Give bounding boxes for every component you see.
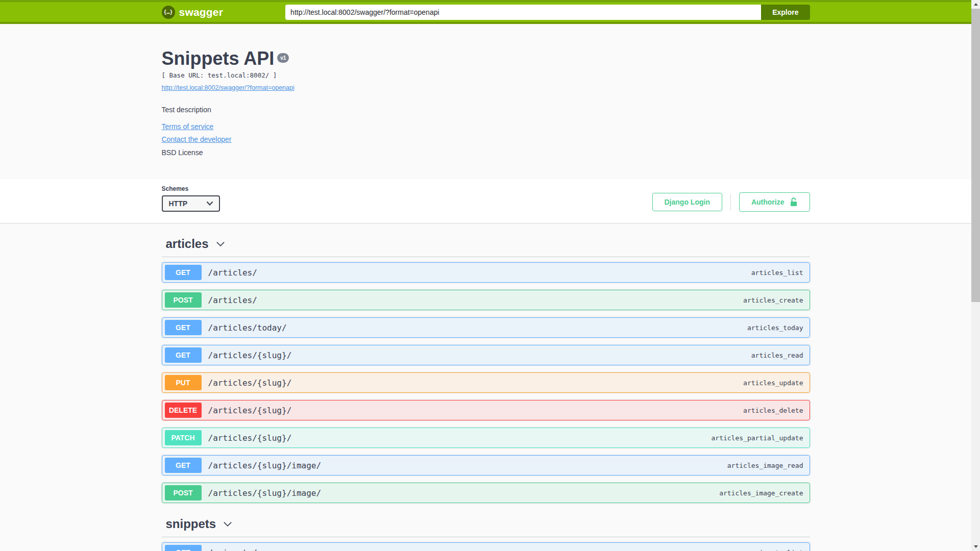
- swagger-ui-page: {…} swagger Explore Snippets APIv1 [ Bas…: [0, 0, 971, 551]
- api-version-badge: v1: [277, 53, 289, 63]
- operations-list: articles GET /articles/ articles_list PO…: [162, 236, 810, 551]
- contact-developer-link[interactable]: Contact the developer: [162, 135, 810, 143]
- operation-id: articles_create: [743, 296, 803, 304]
- unlock-icon: [790, 197, 798, 207]
- api-title: Snippets API: [162, 48, 275, 69]
- operation-path: /articles/{slug}/: [208, 378, 292, 388]
- download-url-wrapper: Explore: [285, 5, 810, 20]
- chevron-down-icon: [222, 518, 233, 530]
- operation-path: /articles/{slug}/image/: [208, 488, 322, 498]
- operation-path: /articles/today/: [208, 323, 287, 333]
- swagger-logo-icon: {…}: [162, 6, 175, 19]
- method-badge: GET: [165, 458, 202, 473]
- operation-path: /articles/{slug}/: [208, 433, 292, 443]
- operation-row[interactable]: POST /articles/{slug}/image/ articles_im…: [162, 483, 810, 503]
- license-text: BSD License: [162, 148, 810, 157]
- operation-row[interactable]: GET /snippets/ snippets_list: [162, 542, 810, 551]
- operation-id: articles_image_read: [727, 462, 803, 469]
- scroll-down-button[interactable]: [971, 542, 980, 551]
- tag-section-snippets: snippets GET /snippets/ snippets_list: [162, 516, 810, 551]
- swagger-logo[interactable]: {…} swagger: [162, 6, 224, 19]
- method-badge: POST: [165, 292, 202, 308]
- terms-of-service-link[interactable]: Terms of service: [162, 122, 810, 131]
- operation-row[interactable]: GET /articles/{slug}/image/ articles_ima…: [162, 455, 810, 475]
- operation-row[interactable]: PUT /articles/{slug}/ articles_update: [162, 372, 810, 393]
- authorize-label: Authorize: [751, 198, 785, 206]
- operation-row[interactable]: GET /articles/today/ articles_today: [162, 317, 810, 338]
- method-badge: DELETE: [165, 403, 202, 418]
- auth-divider: [730, 194, 731, 210]
- method-badge: GET: [165, 347, 202, 363]
- operation-id: articles_partial_update: [711, 434, 803, 442]
- spec-link[interactable]: http://test.local:8002/swagger/?format=o…: [162, 84, 295, 91]
- chevron-down-icon: [207, 202, 213, 206]
- info-section: Snippets APIv1 [ Base URL: test.local:80…: [0, 24, 971, 179]
- method-badge: PUT: [165, 375, 202, 390]
- method-badge: POST: [165, 485, 202, 500]
- operation-id: articles_delete: [743, 407, 803, 414]
- scroll-down-icon: [974, 545, 978, 548]
- operation-row[interactable]: GET /articles/{slug}/ articles_read: [162, 345, 810, 365]
- operation-row[interactable]: PATCH /articles/{slug}/ articles_partial…: [162, 428, 810, 448]
- operation-path: /articles/{slug}/: [208, 350, 292, 360]
- operation-id: articles_update: [743, 379, 803, 387]
- explore-button[interactable]: Explore: [761, 5, 810, 20]
- operation-path: /articles/: [208, 268, 257, 278]
- operation-path: /articles/: [208, 295, 257, 305]
- operation-id: articles_today: [747, 324, 803, 332]
- tag-name: snippets: [166, 516, 216, 532]
- django-login-button[interactable]: Django Login: [652, 193, 722, 211]
- operation-row[interactable]: DELETE /articles/{slug}/ articles_delete: [162, 400, 810, 420]
- operation-path: /articles/{slug}/: [208, 406, 292, 415]
- method-badge: GET: [165, 545, 202, 551]
- scrollbar-thumb[interactable]: [971, 9, 980, 302]
- chevron-down-icon: [215, 238, 226, 249]
- operation-id: articles_list: [751, 269, 803, 277]
- operation-path: /snippets/: [208, 548, 257, 551]
- method-badge: GET: [165, 320, 202, 335]
- operation-id: snippets_list: [751, 549, 803, 551]
- tag-header-snippets[interactable]: snippets: [162, 516, 810, 537]
- auth-wrapper: Django Login Authorize: [652, 192, 810, 212]
- operation-id: articles_read: [751, 352, 803, 359]
- operation-row[interactable]: POST /articles/ articles_create: [162, 290, 810, 310]
- spec-url-input[interactable]: [285, 5, 761, 20]
- scroll-up-button[interactable]: [971, 0, 980, 9]
- method-badge: GET: [165, 265, 202, 280]
- base-url: [ Base URL: test.local:8002/ ]: [162, 71, 810, 79]
- tag-section-articles: articles GET /articles/ articles_list PO…: [162, 236, 810, 503]
- api-description: Test description: [162, 106, 810, 114]
- operation-row[interactable]: GET /articles/ articles_list: [162, 262, 810, 283]
- authorize-button[interactable]: Authorize: [739, 192, 810, 212]
- operation-path: /articles/{slug}/image/: [208, 461, 322, 470]
- swagger-logo-text: swagger: [179, 6, 224, 18]
- tag-header-articles[interactable]: articles: [162, 236, 810, 257]
- method-badge: PATCH: [165, 430, 202, 445]
- topbar: {…} swagger Explore: [0, 0, 971, 24]
- schemes-select-value: HTTP: [169, 199, 188, 208]
- django-login-label: Django Login: [665, 198, 710, 206]
- vertical-scrollbar[interactable]: [971, 0, 980, 551]
- operation-id: articles_image_create: [719, 489, 803, 497]
- schemes-label: Schemes: [162, 185, 220, 192]
- scroll-up-icon: [974, 3, 978, 6]
- schemes-select[interactable]: HTTP: [162, 195, 220, 212]
- tag-name: articles: [166, 236, 209, 252]
- scheme-container: Schemes HTTP Django Login Authorize: [0, 179, 971, 223]
